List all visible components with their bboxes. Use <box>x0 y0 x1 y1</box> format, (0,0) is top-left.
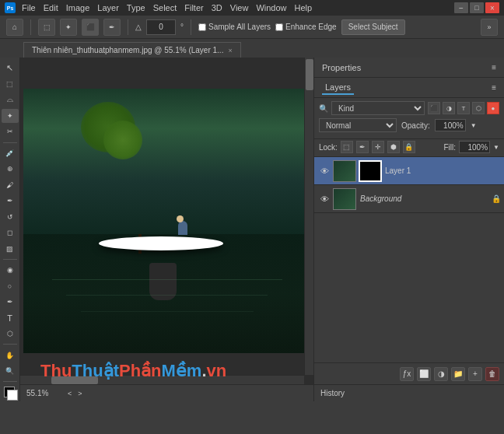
menu-help[interactable]: Help <box>295 3 313 12</box>
layer-1-visibility-icon[interactable]: 👁 <box>317 164 331 178</box>
history-tab[interactable]: History <box>320 389 345 397</box>
blend-mode-select[interactable]: Normal <box>319 118 397 132</box>
fill-dropdown-icon[interactable]: ▼ <box>493 144 499 151</box>
kind-select[interactable]: Kind <box>331 101 425 115</box>
blur-tool[interactable]: ◉ <box>2 263 19 278</box>
nav-prev-button[interactable]: < <box>68 390 72 397</box>
layer-item-background[interactable]: 👁 Background 🔒 <box>314 185 504 213</box>
menu-3d[interactable]: 3D <box>212 3 222 12</box>
lock-all-icon[interactable]: 🔒 <box>403 141 415 153</box>
left-toolbar: ↖ ⬚ ⌓ ✦ ✂ 💉 ⊕ 🖌 ✒ ↺ ◻ ▨ ◉ ○ ✒ T ⬡ ✋ 🔍 <box>0 58 20 401</box>
menu-window[interactable]: Window <box>256 3 286 12</box>
shape-tool[interactable]: ⬡ <box>2 327 19 341</box>
nav-next-button[interactable]: > <box>78 390 82 397</box>
close-button[interactable]: × <box>485 2 499 13</box>
zoom-tool[interactable]: 🔍 <box>2 364 19 379</box>
lock-row: Lock: ⬚ ✒ ✛ ⬢ 🔒 Fill: ▼ <box>314 139 504 157</box>
vertical-scrollbar[interactable] <box>304 58 313 375</box>
layer-1-mask-thumbnail <box>359 160 382 182</box>
layers-title[interactable]: Layers <box>322 81 354 95</box>
type-tool[interactable]: T <box>2 310 19 325</box>
maximize-button[interactable]: □ <box>470 2 484 13</box>
layers-menu-icon[interactable]: ≡ <box>492 83 496 92</box>
select-subject-button[interactable]: Select Subject <box>341 19 405 35</box>
close-tab-icon[interactable]: × <box>228 47 232 54</box>
layer-list: 👁 Layer 1 👁 Background 🔒 <box>314 157 504 362</box>
menu-filter[interactable]: Filter <box>184 3 203 12</box>
layer-item-1[interactable]: 👁 Layer 1 <box>314 157 504 185</box>
background-thumbnail <box>333 188 356 210</box>
right-panel: Properties ≡ Layers ≡ 🔍 Kind ⬛ ◑ T ⬡ ● <box>313 58 504 401</box>
brush-tool[interactable]: ✒ <box>103 19 121 36</box>
menu-edit[interactable]: Edit <box>44 3 58 12</box>
lock-move-icon[interactable]: ✛ <box>372 141 384 153</box>
eraser-tool[interactable]: ◻ <box>2 226 19 240</box>
horizontal-scrollbar[interactable] <box>20 375 304 384</box>
eyedropper-tool[interactable]: 💉 <box>2 145 19 160</box>
opacity-input[interactable] <box>435 119 466 131</box>
properties-menu-icon[interactable]: ≡ <box>492 63 496 72</box>
history-brush-tool[interactable]: ↺ <box>2 209 19 224</box>
main-area: ↖ ⬚ ⌓ ✦ ✂ 💉 ⊕ 🖌 ✒ ↺ ◻ ▨ ◉ ○ ✒ T ⬡ ✋ 🔍 <box>0 58 504 401</box>
magic-wand-tool[interactable]: ✦ <box>60 19 77 36</box>
properties-title: Properties <box>322 63 361 72</box>
type-filter-icon[interactable]: T <box>457 102 470 114</box>
history-bar: History <box>314 384 504 401</box>
menu-image[interactable]: Image <box>66 3 90 12</box>
healing-brush-tool[interactable]: ⊕ <box>2 162 19 177</box>
magic-wand-side[interactable]: ✦ <box>2 109 19 124</box>
fill-input[interactable] <box>459 141 490 153</box>
adjustment-layer-icon[interactable]: ◑ <box>434 367 448 381</box>
menu-layer[interactable]: Layer <box>97 3 119 12</box>
fill-label: Fill: <box>444 143 457 152</box>
angle-icon: △ <box>135 23 142 31</box>
new-group-icon[interactable]: 📁 <box>451 367 465 381</box>
gradient-tool[interactable]: ▨ <box>2 242 19 257</box>
properties-header: Properties ≡ <box>314 58 504 78</box>
add-mask-icon[interactable]: ⬜ <box>417 367 431 381</box>
move-tool[interactable]: ↖ <box>2 61 19 75</box>
layer-footer: ƒx ⬜ ◑ 📁 + 🗑 <box>314 362 504 384</box>
clone-stamp-tool[interactable]: ✒ <box>2 194 19 208</box>
adjustment-filter-icon[interactable]: ◑ <box>443 102 455 114</box>
foreground-color[interactable] <box>2 385 18 398</box>
quick-select-tool[interactable]: ⬛ <box>82 19 99 36</box>
smart-filter-icon[interactable]: ● <box>487 102 499 114</box>
shape-filter-icon[interactable]: ⬡ <box>472 102 485 114</box>
dodge-tool[interactable]: ○ <box>2 278 19 293</box>
opacity-dropdown-icon[interactable]: ▼ <box>471 122 477 129</box>
lasso-tool-side[interactable]: ⌓ <box>2 93 19 107</box>
angle-input[interactable] <box>146 19 176 35</box>
enhance-edge-checkbox[interactable]: Enhance Edge <box>275 23 337 31</box>
file-tab[interactable]: Thiên nhiên_thuthuatphanmem.jpg @ 55.1% … <box>23 42 241 58</box>
sample-all-layers-checkbox[interactable]: Sample All Layers <box>198 23 271 31</box>
lock-checkerboard-icon[interactable]: ⬚ <box>341 141 353 153</box>
crop-tool[interactable]: ✂ <box>2 124 19 139</box>
lock-artboard-icon[interactable]: ⬢ <box>387 141 400 153</box>
pixel-filter-icon[interactable]: ⬛ <box>428 102 440 114</box>
layer-effects-icon[interactable]: ƒx <box>400 367 414 381</box>
brush-tool-side[interactable]: 🖌 <box>2 177 19 192</box>
tab-bar: Thiên nhiên_thuthuatphanmem.jpg @ 55.1% … <box>0 39 504 58</box>
lock-brush-icon[interactable]: ✒ <box>356 141 369 153</box>
background-visibility-icon[interactable]: 👁 <box>317 192 331 206</box>
canvas <box>23 89 311 353</box>
minimize-button[interactable]: − <box>454 2 468 13</box>
lock-label: Lock: <box>319 143 338 152</box>
menu-select[interactable]: Select <box>153 3 177 12</box>
opacity-label: Opacity: <box>401 121 430 130</box>
hand-tool[interactable]: ✋ <box>2 348 19 362</box>
menu-view[interactable]: View <box>230 3 249 12</box>
canvas-scroll[interactable] <box>20 58 313 384</box>
zoom-level: 55.1% <box>26 389 61 397</box>
tool-home[interactable]: ⌂ <box>6 19 23 36</box>
rectangular-marquee-tool[interactable]: ⬚ <box>2 77 19 92</box>
pen-tool[interactable]: ✒ <box>2 295 19 310</box>
menu-type[interactable]: Type <box>127 3 145 12</box>
new-layer-icon[interactable]: + <box>468 367 482 381</box>
menu-file[interactable]: File <box>22 3 36 12</box>
panel-expand-icon[interactable]: » <box>481 19 498 36</box>
delete-layer-icon[interactable]: 🗑 <box>485 367 499 381</box>
lasso-tool[interactable]: ⬚ <box>38 19 55 36</box>
background-lock-icon: 🔒 <box>492 194 501 203</box>
